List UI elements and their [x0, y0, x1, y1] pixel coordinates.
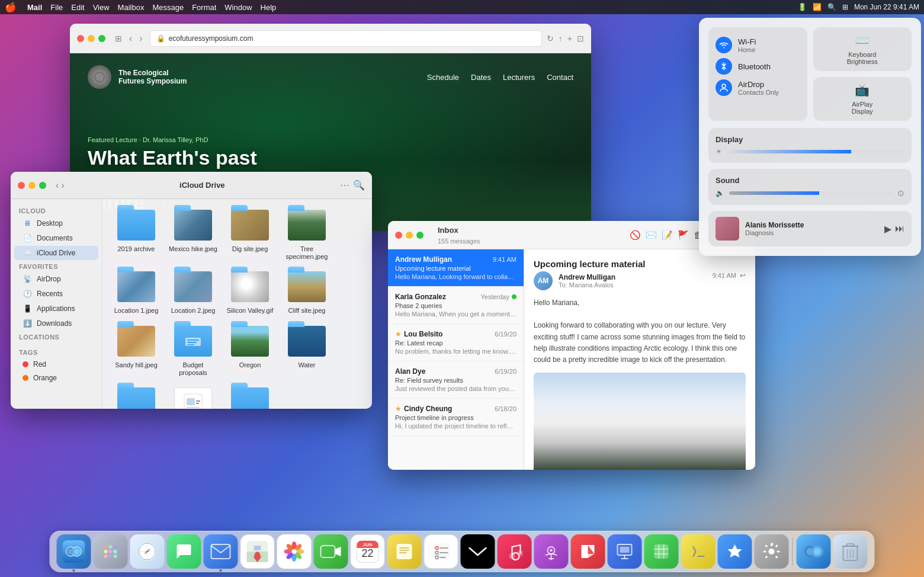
menubar-help[interactable]: Help — [261, 3, 277, 12]
dock-photos[interactable] — [277, 534, 312, 569]
cc-bluetooth-row[interactable]: Bluetooth — [716, 56, 800, 77]
apple-menu[interactable]: 🍎 — [5, 2, 17, 13]
dock-finder[interactable] — [57, 534, 91, 569]
mail-close-button[interactable] — [395, 232, 402, 239]
dock-messages[interactable] — [167, 534, 201, 569]
mail-junk-button[interactable]: 🚫 — [630, 230, 641, 241]
file-tree-specimen[interactable]: Tree specimen.jpeg — [280, 206, 333, 264]
browser-add-tab-button[interactable]: + — [567, 34, 572, 43]
dock-numbers[interactable] — [644, 534, 679, 569]
menubar-message[interactable]: Message — [152, 3, 184, 12]
menubar-window[interactable]: Window — [224, 3, 252, 12]
mail-compose-button[interactable]: ✉️ — [646, 230, 657, 241]
file-location2[interactable]: Location 2.jpeg — [166, 268, 220, 318]
nav-schedule[interactable]: Schedule — [427, 73, 459, 82]
mail-item-alan[interactable]: Alan Dye 6/19/20 Re: Field survey result… — [388, 361, 524, 399]
sidebar-item-documents[interactable]: 📄 Documents — [14, 231, 98, 245]
sidebar-item-icloud-drive[interactable]: ☁️ iCloud Drive — [14, 246, 98, 260]
sidebar-item-applications[interactable]: 📱 Applications — [14, 302, 98, 316]
file-location1[interactable]: Location 1.jpeg — [110, 268, 163, 318]
dock-music[interactable] — [498, 534, 532, 569]
address-bar[interactable]: 🔒 ecofuturessymposium.com — [150, 30, 542, 47]
search-icon[interactable]: 🔍 — [827, 3, 836, 11]
file-intern[interactable]: Intern — [110, 384, 163, 409]
display-brightness-slider[interactable] — [727, 150, 904, 153]
sidebar-item-recents[interactable]: 🕐 Recents — [14, 287, 98, 301]
reply-icon[interactable]: ↩ — [740, 271, 746, 280]
sidebar-item-desktop[interactable]: 🖥 Desktop — [14, 216, 98, 230]
browser-maximize-button[interactable] — [98, 35, 105, 42]
dock-maps[interactable] — [240, 534, 275, 569]
control-center-icon[interactable]: ⊞ — [842, 3, 848, 11]
menubar-app[interactable]: Mail — [27, 3, 42, 12]
dock-script-editor[interactable] — [681, 534, 716, 569]
file-dig-site[interactable]: Dig site.jpeg — [223, 206, 277, 264]
file-cliff-site[interactable]: Cliff site.jpeg — [280, 268, 333, 318]
mail-item-cindy[interactable]: ★ Cindy Cheung 6/18/20 Project timeline … — [388, 399, 524, 436]
dock-trash[interactable] — [833, 534, 868, 569]
dock-system-preferences[interactable] — [755, 534, 789, 569]
dock-keynote[interactable] — [608, 534, 642, 569]
mail-item-andrew[interactable]: Andrew Mulligan 9:41 AM Upcoming lecture… — [388, 249, 524, 287]
file-oregon[interactable]: Oregon — [223, 322, 277, 380]
dock-notes[interactable] — [387, 534, 422, 569]
finder-close-button[interactable] — [18, 182, 25, 189]
dock-facetime[interactable] — [314, 534, 348, 569]
browser-forward-button[interactable]: › — [137, 32, 145, 45]
file-interview[interactable]: Interview — [166, 384, 220, 409]
sidebar-item-airdrop[interactable]: 📡 AirDrop — [14, 272, 98, 286]
dock-appletv[interactable] — [461, 534, 495, 569]
nav-contact[interactable]: Contact — [547, 73, 573, 82]
cc-airplay-card[interactable]: 📺 AirPlay Display — [813, 77, 912, 121]
file-silicon-valley[interactable]: Silicon Valley.gif — [223, 268, 277, 318]
dock-calendar[interactable]: JUN 22 — [351, 534, 385, 569]
file-budget-proposals[interactable]: Budget proposals — [166, 322, 220, 380]
nav-lecturers[interactable]: Lecturers — [503, 73, 535, 82]
file-mexico-hike[interactable]: Mexico hike.jpeg — [166, 206, 220, 264]
menubar-mailbox[interactable]: Mailbox — [118, 3, 145, 12]
mail-reply-button[interactable]: 📝 — [662, 230, 673, 241]
finder-minimize-button[interactable] — [28, 182, 36, 189]
finder-back-button[interactable]: ‹ — [56, 180, 59, 191]
sidebar-item-downloads[interactable]: ⬇️ Downloads — [14, 316, 98, 331]
finder-forward-button[interactable]: › — [61, 180, 64, 191]
finder-search-button[interactable]: 🔍 — [353, 179, 365, 191]
browser-close-button[interactable] — [77, 35, 84, 42]
dock-news[interactable] — [571, 534, 605, 569]
dock-mail[interactable] — [204, 534, 238, 569]
file-sandy-hill[interactable]: Sandy hill.jpeg — [110, 322, 163, 380]
menubar-file[interactable]: File — [50, 3, 63, 12]
dock-safari[interactable] — [130, 534, 165, 569]
dock-appstore[interactable] — [718, 534, 752, 569]
cc-airdrop-row[interactable]: AirDrop Contacts Only — [716, 77, 800, 98]
finder-more-button[interactable]: ⋯ — [340, 179, 349, 191]
file-water[interactable]: Water — [280, 322, 333, 380]
mail-maximize-button[interactable] — [416, 232, 424, 239]
menubar-format[interactable]: Format — [192, 3, 216, 12]
cc-wifi-row[interactable]: Wi-Fi Home — [716, 34, 800, 56]
browser-tabs-button[interactable]: ⊡ — [577, 34, 584, 43]
sound-options-button[interactable]: ⊙ — [897, 188, 904, 198]
nav-dates[interactable]: Dates — [471, 73, 491, 82]
skip-button[interactable]: ⏭ — [895, 223, 904, 234]
finder-maximize-button[interactable] — [39, 182, 46, 189]
file-2019-archive[interactable]: 2019 archive — [110, 206, 163, 264]
menubar-edit[interactable]: Edit — [71, 3, 84, 12]
sidebar-tag-red[interactable]: Red — [14, 358, 98, 371]
mail-flag-button[interactable]: 🚩 — [678, 230, 689, 241]
dock-launchpad[interactable] — [94, 534, 128, 569]
cc-keyboard-card[interactable]: ⌨️ Keyboard Brightness — [813, 27, 912, 71]
sound-volume-slider[interactable] — [729, 191, 893, 195]
sidebar-tag-orange[interactable]: Orange — [14, 371, 98, 384]
menubar-view[interactable]: View — [93, 3, 110, 12]
browser-reload-button[interactable]: ↻ — [547, 34, 554, 43]
file-thesis-project[interactable]: Thesis project — [223, 384, 277, 409]
mail-item-karla[interactable]: Karla Gonzalez Yesterday Phase 2 queries… — [388, 287, 524, 324]
browser-share-button[interactable]: ↑ — [559, 34, 563, 43]
browser-sidebar-toggle[interactable]: ⊞ — [115, 34, 122, 43]
mail-item-lou[interactable]: ★ Lou Belsito 6/19/20 Re: Latest recap N… — [388, 324, 524, 361]
play-button[interactable]: ▶ — [884, 223, 891, 235]
browser-minimize-button[interactable] — [88, 35, 95, 42]
dock-finder2[interactable] — [797, 534, 831, 569]
browser-back-button[interactable]: ‹ — [127, 32, 134, 45]
